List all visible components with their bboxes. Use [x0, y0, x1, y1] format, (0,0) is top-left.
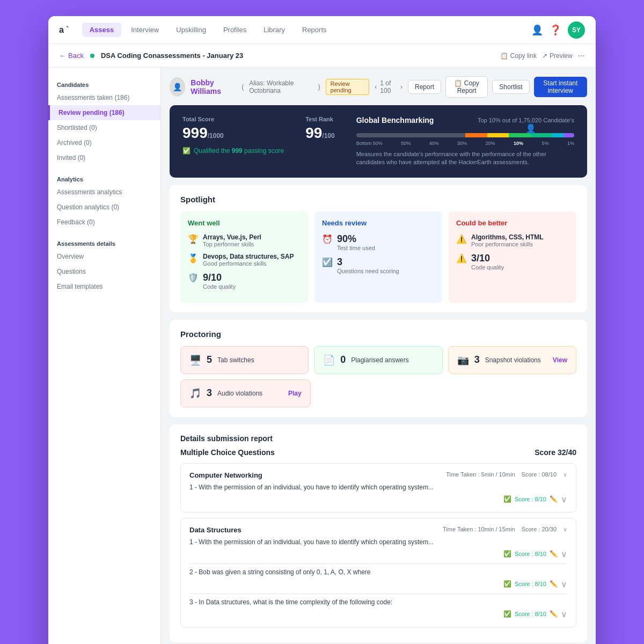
- back-button[interactable]: ← Back: [59, 52, 84, 60]
- spotlight-needs-review: Needs review ⏰ 90% Test time used ☑️ 3: [314, 211, 442, 303]
- checkbox-icon: ☑️: [322, 257, 333, 267]
- candidate-alias-text: Alias: Workable Octobriana: [249, 79, 312, 94]
- sidebar-item-assessments-analytics[interactable]: Assessments analytics: [48, 185, 160, 200]
- nav-item-reports[interactable]: Reports: [295, 23, 334, 37]
- could-be-better-row2: ⚠️ 3/10 Code quality: [456, 253, 569, 270]
- sidebar-item-feedback[interactable]: Feedback (0): [48, 215, 160, 230]
- sidebar-item-email-templates[interactable]: Email templates: [48, 279, 160, 294]
- details-section: Details submission report Multiple Choic…: [170, 425, 587, 642]
- qualify-badge: ✅ Qualified the 999 passing score: [182, 147, 284, 155]
- nav-item-library[interactable]: Library: [256, 23, 292, 37]
- could-be-better-row1: ⚠️ Algorithms, CSS, HTML Poor performanc…: [456, 233, 569, 247]
- ds-meta: Time Taken : 10min / 15min Score : 20/30…: [443, 526, 567, 533]
- question-block-networking: Computer Networking Time Taken : 5min / …: [180, 463, 576, 513]
- assessment-title: DSA Coding Conassessments - January 23: [101, 52, 243, 60]
- copy-link-button[interactable]: 📋 Copy link: [500, 52, 537, 60]
- user-icon[interactable]: 👤: [531, 24, 543, 36]
- start-interview-button[interactable]: Start instant interview: [534, 77, 587, 97]
- preview-icon: ↗: [542, 52, 547, 60]
- sidebar-item-invited[interactable]: Invited (0): [48, 150, 160, 165]
- ds-title: Data Structures: [189, 526, 241, 534]
- copy-report-button[interactable]: 📋 Copy Report: [445, 76, 488, 98]
- sidebar-item-archived[interactable]: Archived (0): [48, 135, 160, 150]
- divider-2: [189, 594, 567, 594]
- went-well-row1: 🏆 Arrays, Vue.js, Perl Top performer ski…: [188, 233, 301, 247]
- edit-icon[interactable]: ✏️: [550, 495, 558, 503]
- test-rank-label: Test Rank: [305, 116, 335, 122]
- preview-button[interactable]: ↗ Preview: [542, 52, 573, 60]
- bench-bar-container: 👤: [356, 133, 574, 137]
- networking-q1-score: Score : 8/10: [515, 496, 546, 502]
- edit-icon-3[interactable]: ✏️: [550, 580, 558, 588]
- nav-item-interview[interactable]: Interview: [123, 23, 166, 37]
- q-header-networking: Computer Networking Time Taken : 5min / …: [189, 471, 567, 479]
- went-well-row3: 🛡️ 9/10 Code quality: [188, 272, 301, 290]
- spotlight-card: Spotlight Went well 🏆 Arrays, Vue.js, Pe…: [170, 185, 587, 312]
- monitor-icon: 🖥️: [189, 354, 201, 366]
- more-icon[interactable]: ···: [578, 51, 585, 61]
- sub-nav: ← Back DSA Coding Conassessments - Janua…: [48, 44, 596, 68]
- help-icon[interactable]: ❓: [550, 24, 561, 36]
- ds-q-chevron-3[interactable]: ∨: [561, 609, 567, 619]
- q-chevron-1[interactable]: ∨: [561, 494, 567, 504]
- pagination-text: 1 of 100: [380, 79, 397, 94]
- spotlight-went-well: Went well 🏆 Arrays, Vue.js, Perl Top per…: [180, 211, 308, 303]
- nav-item-upskilling[interactable]: Upskilling: [169, 23, 214, 37]
- sidebar-item-questions[interactable]: Questions: [48, 264, 160, 279]
- went-well-heading: Went well: [188, 219, 301, 227]
- ds-q2-score: Score : 8/10: [515, 581, 546, 587]
- sidebar-item-overview[interactable]: Overview: [48, 249, 160, 264]
- status-badge: Review pending: [326, 79, 370, 95]
- sidebar-item-shortlisted[interactable]: Shortlisted (0): [48, 120, 160, 135]
- networking-title: Computer Networking: [189, 471, 262, 479]
- sidebar-item-assessments-taken[interactable]: Assessments taken (186): [48, 90, 160, 105]
- bench-labels: Bottom 50% 50% 40% 30% 20% 10% 5% 1%: [356, 141, 574, 146]
- proctoring-grid: 🖥️ 5 Tab switches 📄 0 Plagiarised answer…: [180, 346, 576, 374]
- networking-q1-text: 1 - With the permission of an individual…: [189, 484, 567, 491]
- document-icon: 📄: [323, 354, 335, 366]
- edit-icon-4[interactable]: ✏️: [550, 610, 558, 618]
- total-score-section: Total Score 999/1000 ✅ Qualified the 999…: [182, 116, 284, 155]
- ds-q-chevron-1[interactable]: ∨: [561, 549, 567, 559]
- next-icon[interactable]: ›: [400, 83, 402, 91]
- bench-desc: Measures the candidate's performance wit…: [356, 150, 574, 167]
- content-area: 👤 Bobby Williams ( Alias: Workable Octob…: [161, 68, 596, 644]
- networking-chevron[interactable]: ∨: [563, 471, 567, 478]
- pagination: ‹ 1 of 100 ›: [375, 79, 402, 94]
- edit-icon-2[interactable]: ✏️: [550, 550, 558, 558]
- plagiarised-card: 📄 0 Plagiarised answers: [314, 346, 442, 374]
- report-button[interactable]: Report: [408, 80, 441, 94]
- sidebar-item-question-analytics[interactable]: Question analytics (0): [48, 200, 160, 215]
- ds-q-chevron-2[interactable]: ∨: [561, 579, 567, 589]
- candidate-name[interactable]: Bobby Williams: [191, 78, 236, 96]
- audio-play-button[interactable]: Play: [288, 390, 302, 397]
- needs-review-heading: Needs review: [322, 219, 435, 227]
- trophy-icon: 🏆: [188, 234, 199, 244]
- total-score-label: Total Score: [182, 116, 284, 122]
- ds-q3-score: Score : 8/10: [515, 611, 546, 617]
- copy-icon: 📋: [500, 52, 508, 60]
- networking-meta: Time Taken : 5min / 10min Score : 08/10 …: [446, 471, 567, 478]
- sidebar-item-review-pending[interactable]: Review pending (186): [48, 105, 160, 120]
- mcq-header: Multiple Choice Questions Score 32/40: [180, 448, 576, 457]
- q-header-ds: Data Structures Time Taken : 10min / 15m…: [189, 526, 567, 534]
- question-block-data-structures: Data Structures Time Taken : 10min / 15m…: [180, 518, 576, 627]
- shortlist-button[interactable]: Shortlist: [492, 80, 529, 94]
- ds-chevron[interactable]: ∨: [563, 526, 567, 533]
- prev-icon[interactable]: ‹: [375, 83, 377, 91]
- snapshot-view-button[interactable]: View: [553, 356, 567, 364]
- test-rank-value: 99/100: [305, 125, 335, 142]
- spotlight-title: Spotlight: [180, 195, 576, 204]
- shield-check-icon: 🛡️: [188, 273, 199, 283]
- top-nav: a ` Assess Interview Upskilling Profiles…: [48, 16, 596, 44]
- went-well-row2: 🥇 Devops, Data structures, SAP Good perf…: [188, 253, 301, 267]
- proctoring-card: Proctoring 🖥️ 5 Tab switches 📄 0 Plag: [170, 320, 587, 417]
- nav-item-profiles[interactable]: Profiles: [216, 23, 254, 37]
- nav-items: Assess Interview Upskilling Profiles Lib…: [82, 23, 531, 37]
- nav-item-assess[interactable]: Assess: [82, 23, 122, 37]
- ds-q2-text: 2 - Bob was given a string consisting of…: [189, 568, 567, 576]
- avatar[interactable]: SY: [568, 21, 585, 39]
- needs-review-row2: ☑️ 3 Questions need scoring: [322, 257, 435, 274]
- could-be-better-heading: Could be better: [456, 219, 569, 227]
- snapshot-card: 📷 3 Snapshot violations View: [448, 346, 576, 374]
